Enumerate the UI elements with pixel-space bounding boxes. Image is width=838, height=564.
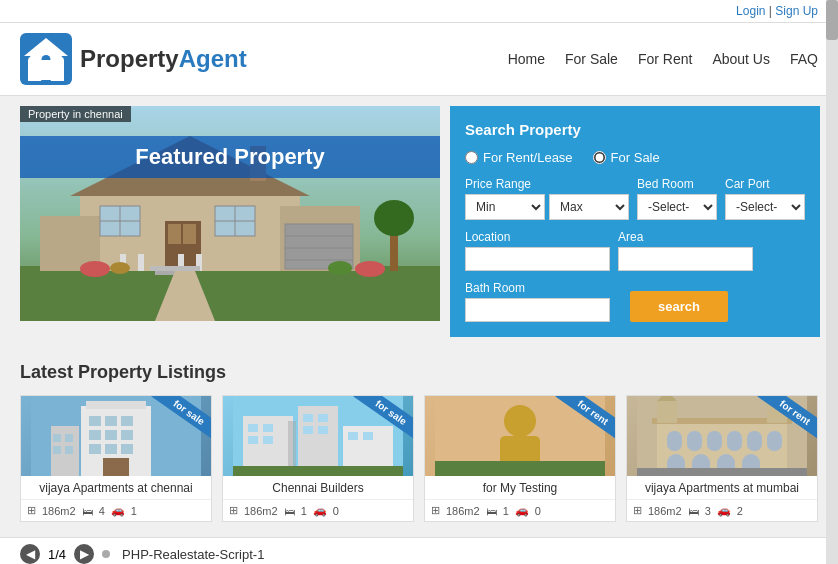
svg-point-27 <box>110 262 130 274</box>
svg-rect-76 <box>747 431 762 451</box>
stat-area-icon-1: ⊞ <box>27 504 36 517</box>
stat-car-icon-3: 🚗 <box>515 504 529 517</box>
price-min-select[interactable]: Min 100K 200K 500K <box>465 194 545 220</box>
nav-aboutus[interactable]: About Us <box>712 51 770 67</box>
listing-stats-2: ⊞ 186m2 🛏 1 🚗 0 <box>223 500 413 521</box>
svg-rect-41 <box>89 444 101 454</box>
stat-bed-4: 3 <box>705 505 711 517</box>
svg-rect-55 <box>263 424 273 432</box>
listing-stats-4: ⊞ 186m2 🛏 3 🚗 2 <box>627 500 817 521</box>
listing-name-3: for My Testing <box>425 476 615 500</box>
svg-rect-65 <box>233 466 403 476</box>
listing-card-4[interactable]: for rent vijaya Apartments at mumbai ⊞ 1… <box>626 395 818 522</box>
rent-radio[interactable] <box>465 151 478 164</box>
svg-rect-11 <box>183 224 196 244</box>
svg-rect-46 <box>53 434 61 442</box>
location-input[interactable] <box>465 247 610 271</box>
listings-title: Latest Property Listings <box>20 362 818 383</box>
svg-rect-19 <box>138 254 144 271</box>
listing-card-3[interactable]: for rent for My Testing ⊞ 186m2 🛏 1 🚗 0 <box>424 395 616 522</box>
svg-rect-75 <box>727 431 742 451</box>
stat-bed-icon-2: 🛏 <box>284 505 295 517</box>
area-group: Area <box>618 230 753 271</box>
svg-rect-59 <box>318 414 328 422</box>
svg-rect-37 <box>121 416 133 426</box>
listing-card-1[interactable]: for sale vijaya Apartments at chennai ⊞ … <box>20 395 212 522</box>
price-max-select[interactable]: Max 500K 1M 2M <box>549 194 629 220</box>
svg-rect-73 <box>687 431 702 451</box>
carport-select[interactable]: -Select- 1 2 3 <box>725 194 805 220</box>
svg-rect-22 <box>150 266 200 271</box>
stat-car-icon-2: 🚗 <box>313 504 327 517</box>
stat-car-1: 1 <box>131 505 137 517</box>
svg-rect-79 <box>657 401 677 423</box>
svg-rect-34 <box>86 401 146 409</box>
location-label: Location <box>465 230 610 244</box>
stat-area-2: 186m2 <box>244 505 278 517</box>
featured-tag: Property in chennai <box>20 106 131 122</box>
svg-rect-74 <box>707 431 722 451</box>
nav-forrent[interactable]: For Rent <box>638 51 692 67</box>
bedroom-label: Bed Room <box>637 177 717 191</box>
for-sale-label[interactable]: For Sale <box>593 150 660 165</box>
signup-link[interactable]: Sign Up <box>775 4 818 18</box>
stat-car-icon-4: 🚗 <box>717 504 731 517</box>
bottom-bar: ◀ 1/4 ▶ PHP-Realestate-Script-1 <box>0 537 838 564</box>
featured-image: Property in chennai Featured Property <box>20 106 440 321</box>
price-range-label: Price Range <box>465 177 629 191</box>
price-range-group: Price Range Min 100K 200K 500K Max 500K … <box>465 177 629 220</box>
svg-point-67 <box>504 405 536 437</box>
stat-car-icon-1: 🚗 <box>111 504 125 517</box>
svg-rect-35 <box>89 416 101 426</box>
prev-arrow[interactable]: ◀ <box>20 544 40 564</box>
svg-rect-77 <box>767 431 782 451</box>
bedroom-select[interactable]: -Select- 1 2 3 4 5+ <box>637 194 717 220</box>
svg-rect-69 <box>435 461 605 476</box>
carport-label: Car Port <box>725 177 805 191</box>
logo-text: PropertyAgent <box>80 45 247 73</box>
next-arrow[interactable]: ▶ <box>74 544 94 564</box>
svg-rect-62 <box>348 432 358 440</box>
search-panel: Search Property For Rent/Lease For Sale … <box>450 106 820 337</box>
svg-rect-61 <box>318 426 328 434</box>
bathroom-input[interactable] <box>465 298 610 322</box>
search-button[interactable]: search <box>630 291 728 322</box>
nav-faq[interactable]: FAQ <box>790 51 818 67</box>
listing-name-1: vijaya Apartments at chennai <box>21 476 211 500</box>
scrollbar-track <box>826 0 838 564</box>
area-input[interactable] <box>618 247 753 271</box>
svg-rect-43 <box>121 444 133 454</box>
radio-row: For Rent/Lease For Sale <box>465 150 805 165</box>
login-link[interactable]: Login <box>736 4 765 18</box>
svg-rect-54 <box>248 424 258 432</box>
listing-image-4: for rent <box>627 396 817 476</box>
stat-car-3: 0 <box>535 505 541 517</box>
sale-radio[interactable] <box>593 151 606 164</box>
svg-point-30 <box>374 200 414 236</box>
area-label: Area <box>618 230 753 244</box>
featured-section: Property in chennai Featured Property <box>20 106 440 337</box>
stat-car-4: 2 <box>737 505 743 517</box>
svg-rect-57 <box>263 436 273 444</box>
stat-bed-2: 1 <box>301 505 307 517</box>
top-bar: Login | Sign Up <box>0 0 838 23</box>
svg-rect-38 <box>89 430 101 440</box>
logo-icon <box>20 33 72 85</box>
listings-grid: for sale vijaya Apartments at chennai ⊞ … <box>20 395 818 522</box>
rent-lease-label[interactable]: For Rent/Lease <box>465 150 573 165</box>
bottom-title: PHP-Realestate-Script-1 <box>122 547 264 562</box>
scrollbar-thumb[interactable] <box>826 0 838 40</box>
nav-forsale[interactable]: For Sale <box>565 51 618 67</box>
page-indicator: 1/4 <box>48 547 66 562</box>
listing-card-2[interactable]: for sale Chennai Builders ⊞ 186m2 🛏 1 🚗 … <box>222 395 414 522</box>
listings-section: Latest Property Listings <box>0 347 838 537</box>
svg-rect-36 <box>105 416 117 426</box>
stat-bed-icon-3: 🛏 <box>486 505 497 517</box>
stat-bed-3: 1 <box>503 505 509 517</box>
svg-rect-56 <box>248 436 258 444</box>
stat-area-1: 186m2 <box>42 505 76 517</box>
page-dot <box>102 550 110 558</box>
stat-area-icon-2: ⊞ <box>229 504 238 517</box>
header: PropertyAgent Home For Sale For Rent Abo… <box>0 23 838 96</box>
nav-home[interactable]: Home <box>508 51 545 67</box>
